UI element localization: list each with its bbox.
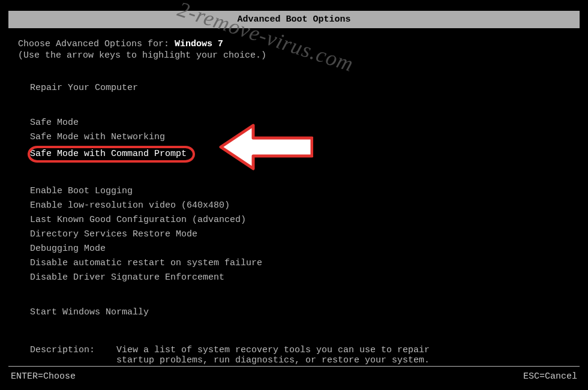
- start-normal-group: Start Windows Normally: [30, 305, 570, 320]
- safe-mode-group: Safe Mode Safe Mode with Networking Safe…: [30, 116, 570, 164]
- menu-item-start-normally[interactable]: Start Windows Normally: [30, 305, 570, 320]
- advanced-group: Enable Boot Logging Enable low-resolutio…: [30, 184, 570, 285]
- menu-item-safe-mode-networking[interactable]: Safe Mode with Networking: [30, 130, 570, 145]
- esc-hint: ESC=Cancel: [523, 371, 577, 382]
- menu-item-debugging[interactable]: Debugging Mode: [30, 242, 570, 256]
- menu-item-ds-restore[interactable]: Directory Services Restore Mode: [30, 227, 570, 242]
- selected-highlight: Safe Mode with Command Prompt: [28, 146, 195, 163]
- title-text: Advanced Boot Options: [237, 14, 350, 25]
- description-label: Description:: [30, 345, 116, 365]
- menu-item-safe-mode-cmd[interactable]: Safe Mode with Command Prompt: [30, 145, 570, 164]
- menu-item-disable-driver-sig[interactable]: Disable Driver Signature Enforcement: [30, 271, 570, 285]
- description-block: Description: View a list of system recov…: [30, 345, 570, 365]
- menu-item-safe-mode[interactable]: Safe Mode: [30, 116, 570, 130]
- boot-menu-content: Choose Advanced Options for: Windows 7 (…: [0, 28, 588, 365]
- choose-line: Choose Advanced Options for: Windows 7: [18, 39, 570, 49]
- bottom-bar: ENTER=Choose ESC=Cancel: [8, 366, 580, 382]
- menu-item-boot-logging[interactable]: Enable Boot Logging: [30, 184, 570, 199]
- description-text: View a list of system recovery tools you…: [116, 345, 430, 365]
- os-name: Windows 7: [175, 39, 223, 49]
- menu-item-label: Safe Mode with Command Prompt: [30, 149, 187, 159]
- choose-label: Choose Advanced Options for:: [18, 39, 175, 49]
- menu-item-low-res[interactable]: Enable low-resolution video (640x480): [30, 199, 570, 213]
- repair-group: Repair Your Computer: [30, 81, 570, 95]
- enter-hint: ENTER=Choose: [11, 371, 76, 382]
- title-bar: Advanced Boot Options: [8, 11, 580, 28]
- menu-item-last-known[interactable]: Last Known Good Configuration (advanced): [30, 213, 570, 227]
- hint-text: (Use the arrow keys to highlight your ch…: [18, 50, 570, 61]
- menu-item-disable-restart[interactable]: Disable automatic restart on system fail…: [30, 256, 570, 271]
- menu-item-repair[interactable]: Repair Your Computer: [30, 81, 570, 95]
